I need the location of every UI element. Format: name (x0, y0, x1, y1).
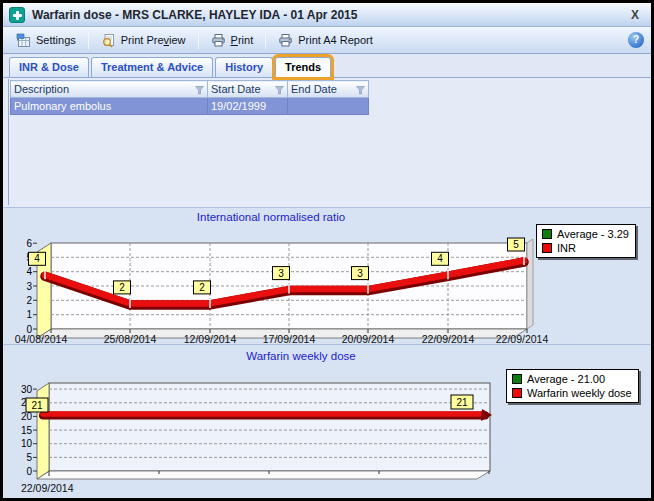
svg-text:4: 4 (34, 253, 40, 264)
table-row[interactable]: Pulmonary embolus 19/02/1999 (11, 98, 369, 115)
svg-text:2: 2 (199, 282, 205, 293)
toolbar-separator (88, 31, 89, 49)
print-a4-label: Print A4 Report (298, 34, 373, 46)
window-title: Warfarin dose - MRS CLARKE, HAYLEY IDA -… (32, 8, 625, 22)
column-header-end-date[interactable]: End Date (288, 81, 369, 98)
settings-icon (16, 33, 31, 48)
inr-chart-title: International normalised ratio (197, 211, 345, 223)
svg-text:10: 10 (21, 438, 33, 449)
tab-history[interactable]: History (215, 57, 273, 77)
close-button[interactable]: X (625, 8, 645, 22)
tab-trends[interactable]: Trends (275, 57, 331, 77)
svg-text:2: 2 (119, 282, 125, 293)
title-bar: Warfarin dose - MRS CLARKE, HAYLEY IDA -… (3, 3, 651, 27)
toolbar-separator (265, 31, 266, 49)
column-header-start-date[interactable]: Start Date (208, 81, 288, 98)
cell-end-date (288, 98, 369, 115)
dose-legend: Average - 21.00 Warfarin weekly dose (506, 369, 639, 403)
print-button[interactable]: Print (202, 29, 263, 52)
svg-text:15: 15 (21, 425, 33, 436)
help-button[interactable]: ? (628, 32, 644, 48)
svg-text:3: 3 (357, 268, 363, 279)
tab-treatment-advice[interactable]: Treatment & Advice (91, 57, 213, 77)
svg-text:20: 20 (21, 411, 33, 422)
dose-swatch-icon (512, 388, 522, 398)
legend-item-inr: INR (542, 242, 629, 254)
cell-start-date: 19/02/1999 (208, 98, 288, 115)
dose-chart: Warfarin weekly dose 0 5 10 15 20 25 30 (3, 345, 651, 498)
inr-swatch-icon (542, 243, 552, 253)
svg-text:3: 3 (26, 281, 32, 292)
print-a4-icon (278, 33, 293, 48)
settings-label: Settings (36, 34, 76, 46)
dose-x-axis: 22/09/2014 (21, 482, 74, 494)
filter-funnel-icon[interactable] (356, 86, 365, 95)
print-icon (211, 33, 226, 48)
svg-text:0: 0 (26, 466, 32, 477)
average-swatch-icon (512, 374, 522, 384)
print-preview-button[interactable]: Print Preview (92, 29, 195, 52)
print-preview-icon (101, 33, 116, 48)
svg-text:4: 4 (437, 253, 443, 264)
legend-item-dose: Warfarin weekly dose (512, 387, 632, 399)
inr-legend: Average - 3.29 INR (536, 224, 636, 258)
svg-text:3: 3 (278, 268, 284, 279)
svg-text:1: 1 (26, 309, 32, 320)
dose-chart-title: Warfarin weekly dose (246, 350, 356, 362)
inr-chart-panel: International normalised ratio 0 1 2 (3, 207, 651, 344)
toolbar-separator (198, 31, 199, 49)
tab-inr-and-dose[interactable]: INR & Dose (9, 57, 89, 77)
svg-text:30: 30 (21, 384, 33, 395)
svg-text:4: 4 (26, 266, 32, 277)
conditions-panel: Description Start Date End Date Pulmonar… (3, 77, 651, 207)
legend-item-average: Average - 3.29 (542, 228, 629, 240)
conditions-table: Description Start Date End Date Pulmonar… (10, 80, 369, 115)
svg-text:5: 5 (513, 239, 519, 250)
cell-description: Pulmonary embolus (11, 98, 208, 115)
column-header-description[interactable]: Description (11, 81, 208, 98)
filter-funnel-icon[interactable] (195, 86, 204, 95)
average-swatch-icon (542, 229, 552, 239)
app-cross-icon (9, 7, 25, 23)
window-body: Warfarin dose - MRS CLARKE, HAYLEY IDA -… (3, 3, 651, 498)
conditions-grid: Description Start Date End Date Pulmonar… (8, 79, 649, 205)
print-a4-report-button[interactable]: Print A4 Report (269, 29, 382, 52)
svg-text:6: 6 (26, 238, 32, 249)
svg-text:2: 2 (26, 295, 32, 306)
application-window: Warfarin dose - MRS CLARKE, HAYLEY IDA -… (0, 0, 654, 501)
svg-text:21: 21 (456, 397, 468, 408)
settings-button[interactable]: Settings (7, 29, 85, 52)
legend-item-average: Average - 21.00 (512, 373, 632, 385)
dose-chart-panel: Warfarin weekly dose 0 5 10 15 20 25 30 (3, 344, 651, 498)
svg-text:5: 5 (26, 452, 32, 463)
toolbar: Settings Print Preview Print (3, 27, 651, 54)
svg-text:21: 21 (31, 400, 43, 411)
table-header-row: Description Start Date End Date (11, 81, 369, 98)
tab-bar: INR & Dose Treatment & Advice History Tr… (3, 54, 651, 77)
print-label: Print (231, 34, 254, 46)
print-preview-label: Print Preview (121, 34, 186, 46)
filter-funnel-icon[interactable] (275, 86, 284, 95)
